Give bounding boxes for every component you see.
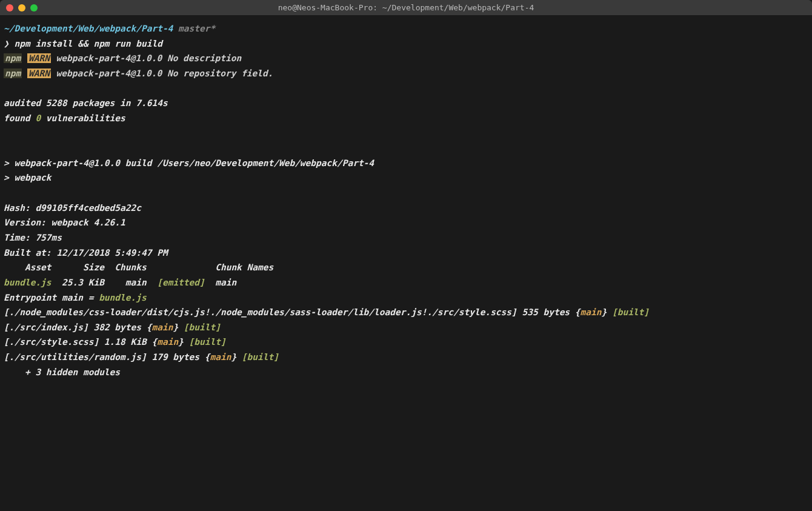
module-line: [./src/style.scss] 1.18 KiB {main} [buil… bbox=[4, 335, 808, 350]
module-line: [./src/index.js] 382 bytes {main} [built… bbox=[4, 320, 808, 335]
blank-line bbox=[4, 125, 808, 141]
close-icon[interactable] bbox=[6, 4, 13, 12]
brace-close: } bbox=[231, 352, 241, 362]
emitted-tag: [emitted] bbox=[157, 278, 205, 287]
module-size: 1.18 KiB bbox=[99, 337, 151, 347]
module-size: 179 bytes bbox=[147, 352, 205, 362]
window-titlebar: neo@Neos-MacBook-Pro: ~/Development/Web/… bbox=[0, 0, 812, 15]
git-branch: master* bbox=[178, 24, 215, 33]
npm-warning: npm WARN webpack-part-4@1.0.0 No reposit… bbox=[4, 66, 808, 81]
module-path: [./src/style.scss] bbox=[4, 337, 99, 347]
traffic-lights bbox=[0, 4, 38, 12]
module-chunk: main bbox=[210, 352, 231, 362]
terminal-output[interactable]: ~/Development/Web/webpack/Part-4 master*… bbox=[0, 15, 812, 386]
blank-line bbox=[4, 81, 808, 96]
brace-close: } bbox=[178, 337, 188, 347]
hidden-modules: + 3 hidden modules bbox=[4, 365, 808, 380]
brace-open: { bbox=[575, 307, 581, 317]
command-line: ❯ npm install && npm run build bbox=[4, 36, 808, 52]
blank-line bbox=[4, 141, 808, 156]
npm-warning: npm WARN webpack-part-4@1.0.0 No descrip… bbox=[4, 51, 808, 66]
module-chunk: main bbox=[157, 337, 178, 347]
module-status: [built] bbox=[189, 337, 226, 347]
found-suffix: vulnerabilities bbox=[41, 113, 125, 123]
found-prefix: found bbox=[4, 113, 35, 123]
module-size: 535 bytes bbox=[517, 307, 575, 317]
entrypoint-file: bundle.js bbox=[99, 293, 147, 302]
module-path: [./src/utilities/random.js] bbox=[4, 352, 147, 362]
maximize-icon[interactable] bbox=[30, 4, 38, 12]
module-size: 382 bytes bbox=[88, 322, 147, 332]
asset-size: 25.3 KiB main bbox=[52, 278, 158, 287]
time-line: Time: 757ms bbox=[4, 230, 808, 245]
module-status: [built] bbox=[184, 322, 221, 332]
script-header: > webpack-part-4@1.0.0 build /Users/neo/… bbox=[4, 156, 808, 171]
module-chunk: main bbox=[151, 322, 173, 332]
warn-badge: WARN bbox=[27, 68, 51, 78]
module-line: [./src/utilities/random.js] 179 bytes {m… bbox=[4, 350, 808, 365]
vulnerabilities-line: found 0 vulnerabilities bbox=[4, 111, 808, 126]
module-line: [./node_modules/css-loader/dist/cjs.js!.… bbox=[4, 305, 808, 320]
warn-badge: WARN bbox=[27, 53, 51, 63]
brace-open: { bbox=[151, 337, 157, 347]
module-path: [./node_modules/css-loader/dist/cjs.js!.… bbox=[4, 307, 517, 317]
warning-message: webpack-part-4@1.0.0 No repository field… bbox=[51, 68, 273, 78]
warning-message: webpack-part-4@1.0.0 No description bbox=[51, 53, 241, 63]
entrypoint-line: Entrypoint main = bundle.js bbox=[4, 290, 808, 306]
hash-line: Hash: d99105ff4cedbed5a22c bbox=[4, 201, 808, 216]
version-line: Version: webpack 4.26.1 bbox=[4, 215, 808, 230]
asset-row: bundle.js 25.3 KiB main [emitted] main bbox=[4, 275, 808, 290]
module-path: [./src/index.js] bbox=[4, 322, 88, 332]
vuln-count: 0 bbox=[35, 113, 41, 123]
prompt-line: ~/Development/Web/webpack/Part-4 master* bbox=[4, 21, 808, 36]
asset-name: bundle.js bbox=[4, 278, 52, 287]
built-at-line: Built at: 12/17/2018 5:49:47 PM bbox=[4, 245, 808, 261]
prompt-symbol: ❯ bbox=[4, 39, 9, 48]
blank-line bbox=[4, 185, 808, 201]
npm-badge: npm bbox=[4, 53, 22, 63]
npm-badge: npm bbox=[4, 68, 22, 78]
minimize-icon[interactable] bbox=[18, 4, 25, 12]
script-command: > webpack bbox=[4, 170, 808, 185]
audit-line: audited 5288 packages in 7.614s bbox=[4, 96, 808, 111]
module-chunk: main bbox=[581, 307, 602, 317]
prompt-path: ~/Development/Web/webpack/Part-4 bbox=[4, 24, 173, 33]
command-text: npm install && npm run build bbox=[14, 39, 162, 48]
chunk-name: main bbox=[205, 278, 236, 287]
entrypoint-prefix: Entrypoint main = bbox=[4, 293, 99, 302]
module-status: [built] bbox=[612, 307, 649, 317]
brace-close: } bbox=[601, 307, 611, 317]
module-status: [built] bbox=[242, 352, 279, 362]
brace-close: } bbox=[173, 322, 183, 332]
window-title: neo@Neos-MacBook-Pro: ~/Development/Web/… bbox=[0, 3, 812, 12]
asset-table-header: Asset Size Chunks Chunk Names bbox=[4, 260, 808, 275]
